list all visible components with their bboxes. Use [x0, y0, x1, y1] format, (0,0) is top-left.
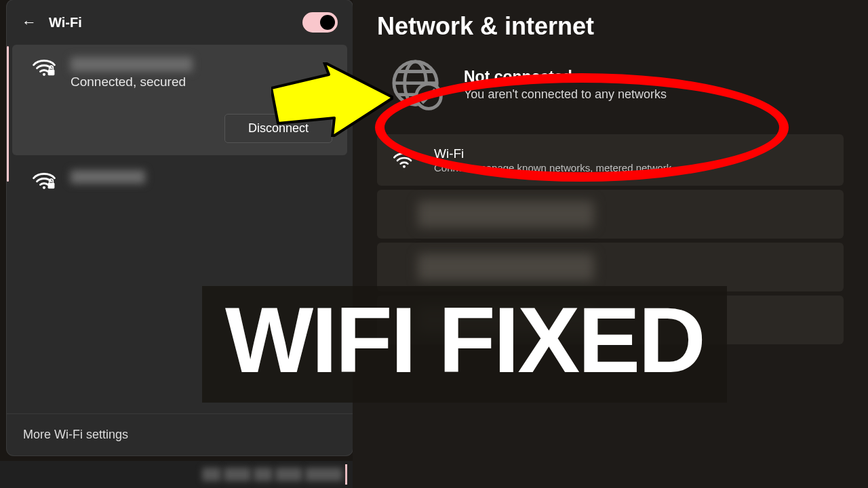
- settings-card-blurred[interactable]: [377, 243, 844, 291]
- taskbar: [0, 461, 353, 488]
- network-text: [71, 170, 332, 186]
- network-ssid-blurred: [71, 57, 193, 72]
- taskbar-item-blurred: [254, 468, 273, 481]
- flyout-header: ← Wi-Fi: [7, 0, 353, 42]
- wifi-card-subtitle: Connect, manage known networks, metered …: [434, 162, 671, 174]
- accent-scrollbar: [7, 46, 9, 182]
- network-item-connected[interactable]: Connected, secured Disconnect: [12, 45, 347, 155]
- overlay-headline: WIFI FIXED: [202, 286, 727, 403]
- status-subtitle: You aren't connected to any networks: [464, 87, 667, 102]
- more-wifi-settings-link[interactable]: More Wi-Fi settings: [7, 413, 353, 455]
- disconnect-row: Disconnect: [33, 114, 332, 143]
- svg-point-0: [43, 73, 45, 76]
- status-text: Not connected You aren't connected to an…: [464, 68, 667, 102]
- wifi-card-title: Wi-Fi: [434, 146, 671, 161]
- status-title: Not connected: [464, 68, 667, 86]
- taskbar-item-blurred: [224, 468, 251, 481]
- taskbar-item-blurred: [275, 468, 302, 481]
- taskbar-item-blurred: [202, 468, 221, 481]
- network-item[interactable]: [12, 158, 347, 203]
- network-text: Connected, secured: [71, 57, 332, 89]
- svg-point-2: [43, 186, 45, 189]
- wifi-toggle[interactable]: [302, 12, 338, 33]
- taskbar-accent-edge: [345, 464, 347, 485]
- back-arrow-icon[interactable]: ←: [22, 14, 37, 31]
- svg-point-11: [403, 165, 406, 168]
- disconnect-button[interactable]: Disconnect: [224, 114, 332, 143]
- settings-page: Network & internet Not connected You are…: [353, 0, 868, 488]
- wifi-settings-card[interactable]: Wi-Fi Connect, manage known networks, me…: [377, 134, 844, 186]
- wifi-secured-icon: [33, 58, 56, 77]
- svg-rect-3: [48, 183, 55, 188]
- network-status: Connected, secured: [71, 75, 332, 89]
- settings-card-blurred[interactable]: [377, 190, 844, 239]
- wifi-icon: [393, 151, 415, 169]
- connection-status-row: Not connected You aren't connected to an…: [391, 58, 844, 111]
- globe-disconnected-icon: [391, 58, 443, 111]
- wifi-card-text: Wi-Fi Connect, manage known networks, me…: [434, 146, 671, 174]
- wifi-secured-icon: [33, 171, 56, 190]
- flyout-title: Wi-Fi: [49, 15, 82, 30]
- svg-rect-1: [48, 70, 55, 75]
- taskbar-clock-blurred: [305, 468, 342, 481]
- network-ssid-blurred: [71, 170, 145, 184]
- page-title: Network & internet: [377, 12, 844, 41]
